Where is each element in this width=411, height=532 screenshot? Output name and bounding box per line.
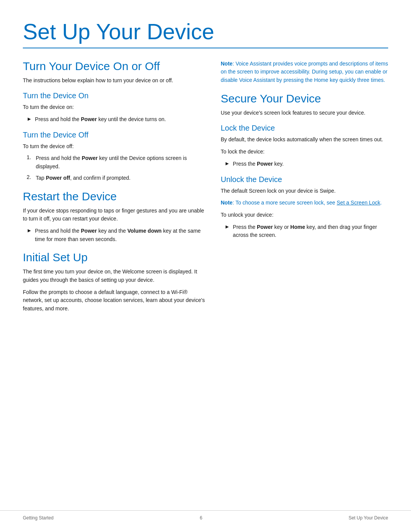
turn-off-item-1: 1. Press and hold the Power key until th…	[27, 154, 206, 171]
lock-device-bullet: ► Press the Power key.	[225, 160, 388, 168]
title-divider	[23, 48, 388, 48]
turn-off-item-1-text: Press and hold the Power key until the D…	[36, 154, 206, 171]
bullet-arrow-icon-2: ►	[27, 227, 32, 233]
unlock-device-note: Note: To choose a more secure screen loc…	[221, 199, 388, 207]
turn-on-off-intro: The instructions below explain how to tu…	[23, 77, 206, 85]
footer-left-text: Getting Started	[23, 515, 54, 521]
unlock-note-period: .	[380, 200, 382, 206]
bullet-arrow-icon: ►	[27, 116, 32, 122]
footer: Getting Started 6 Set Up Your Device	[0, 510, 411, 521]
secure-device-intro: Use your device's screen lock features t…	[221, 109, 388, 117]
lock-device-intro: To lock the device:	[221, 148, 388, 156]
list-number-2: 2.	[27, 174, 33, 180]
unlock-note-label: Note	[221, 200, 233, 206]
right-column: Note: Voice Assistant provides voice pro…	[221, 60, 388, 317]
unlock-device-para: The default Screen lock on your device i…	[221, 187, 388, 195]
turn-on-bullet-text: Press and hold the Power key until the d…	[35, 115, 166, 124]
note-text: : Voice Assistant provides voice prompts…	[221, 61, 388, 83]
lock-device-subtitle: Lock the Device	[221, 124, 388, 133]
restart-title: Restart the Device	[23, 190, 206, 203]
turn-off-list: 1. Press and hold the Power key until th…	[27, 154, 206, 182]
footer-page-number: 6	[200, 515, 202, 521]
page: Set Up Your Device Turn Your Device On o…	[0, 0, 411, 532]
initial-setup-para2: Follow the prompts to choose a default l…	[23, 288, 206, 313]
footer-right-text: Set Up Your Device	[349, 515, 388, 521]
voice-assistant-note: Note: Voice Assistant provides voice pro…	[221, 60, 388, 85]
restart-bullet: ► Press and hold the Power key and the V…	[27, 227, 206, 243]
unlock-device-bullet: ► Press the Power key or Home key, and t…	[225, 223, 388, 240]
initial-setup-para1: The first time you turn your device on, …	[23, 268, 206, 284]
turn-on-bullet: ► Press and hold the Power key until the…	[27, 115, 206, 124]
turn-on-subtitle: Turn the Device On	[23, 91, 206, 100]
lock-device-bullet-text: Press the Power key.	[233, 160, 284, 168]
unlock-note-text: : To choose a more secure screen lock, s…	[233, 200, 337, 206]
restart-bullet-text: Press and hold the Power key and the Vol…	[35, 227, 206, 243]
unlock-device-intro: To unlock your device:	[221, 211, 388, 219]
left-column: Turn Your Device On or Off The instructi…	[23, 60, 206, 317]
two-column-layout: Turn Your Device On or Off The instructi…	[23, 60, 388, 317]
turn-off-item-2-text: Tap Power off, and confirm if prompted.	[36, 174, 131, 182]
turn-off-intro: To turn the device off:	[23, 142, 206, 151]
initial-setup-title: Initial Set Up	[23, 251, 206, 264]
restart-intro: If your device stops responding to taps …	[23, 207, 206, 223]
unlock-device-bullet-text: Press the Power key or Home key, and the…	[233, 223, 388, 240]
turn-off-subtitle: Turn the Device Off	[23, 131, 206, 139]
secure-device-title: Secure Your Device	[221, 92, 388, 105]
unlock-device-subtitle: Unlock the Device	[221, 175, 388, 184]
turn-on-intro: To turn the device on:	[23, 103, 206, 112]
page-title: Set Up Your Device	[23, 19, 388, 45]
set-screen-lock-link[interactable]: Set a Screen Lock	[337, 200, 380, 206]
bullet-arrow-icon-4: ►	[225, 224, 230, 230]
bullet-arrow-icon-3: ►	[225, 160, 230, 166]
section-turn-on-off-title: Turn Your Device On or Off	[23, 60, 206, 73]
list-number-1: 1.	[27, 154, 33, 160]
note-label: Note	[221, 61, 233, 67]
turn-off-item-2: 2. Tap Power off, and confirm if prompte…	[27, 174, 206, 182]
lock-device-para: By default, the device locks automatical…	[221, 136, 388, 144]
